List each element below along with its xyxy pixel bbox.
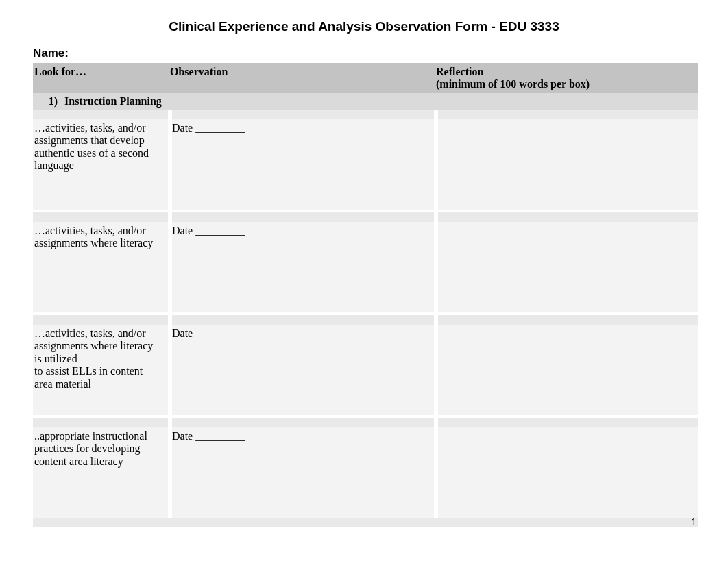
reflection-cell: [436, 325, 698, 415]
lookfor-cell: …activities, tasks, and/or assignments w…: [33, 222, 170, 312]
table-header-row: Look for… Observation Reflection (minimu…: [33, 63, 698, 93]
observation-cell: Date _________: [170, 119, 436, 210]
spacer-row: [33, 518, 698, 527]
reflection-cell: [436, 222, 698, 312]
observation-cell: Date _________: [170, 325, 436, 415]
lookfor-cell: ..appropriate instructional practices fo…: [33, 427, 170, 518]
header-lookfor: Look for…: [33, 63, 170, 93]
header-reflection-line1: Reflection: [436, 66, 483, 77]
page-number: 1: [691, 516, 696, 527]
observation-table: Look for… Observation Reflection (minimu…: [33, 63, 698, 527]
page-title: Clinical Experience and Analysis Observa…: [0, 0, 728, 47]
table-row: …activities, tasks, and/or assignments w…: [33, 325, 698, 415]
lookfor-cell: …activities, tasks, and/or assignments t…: [33, 119, 170, 210]
table-row: …activities, tasks, and/or assignments t…: [33, 119, 698, 210]
name-field-label: Name: ____________________________: [33, 47, 698, 63]
lookfor-text-line1: …activities, tasks, and/or assignments w…: [34, 327, 153, 364]
content-wrapper: Name: ____________________________ Look …: [0, 47, 728, 527]
section-cell: 1)Instruction Planning: [33, 93, 698, 110]
header-reflection-line2: (minimum of 100 words per box): [436, 78, 590, 90]
reflection-cell: [436, 427, 698, 518]
header-reflection: Reflection (minimum of 100 words per box…: [436, 63, 698, 93]
observation-cell: Date _________: [170, 222, 436, 312]
spacer-row: [33, 212, 698, 222]
spacer-row: [33, 418, 698, 427]
lookfor-text-line2: to assist ELLs in content area material: [34, 365, 143, 389]
section-number: 1): [33, 95, 64, 108]
spacer-row: [33, 110, 698, 119]
header-observation: Observation: [170, 63, 436, 93]
reflection-cell: [436, 119, 698, 210]
table-row: ..appropriate instructional practices fo…: [33, 427, 698, 518]
spacer-row: [33, 315, 698, 325]
lookfor-cell: …activities, tasks, and/or assignments w…: [33, 325, 170, 415]
table-row: …activities, tasks, and/or assignments w…: [33, 222, 698, 312]
section-row: 1)Instruction Planning: [33, 93, 698, 110]
observation-cell: Date _________: [170, 427, 436, 518]
section-title: Instruction Planning: [64, 95, 162, 107]
